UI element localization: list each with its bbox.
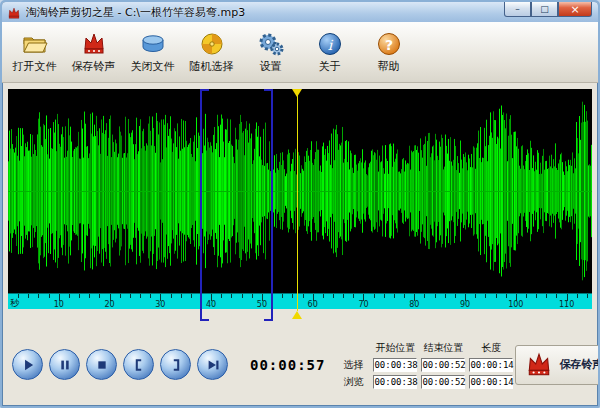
toolbar-label-about: 关于 xyxy=(319,59,341,74)
ruler-tick xyxy=(89,294,90,298)
ruler-tick-label: 10 xyxy=(54,300,64,309)
toolbar-button-help[interactable]: ? 帮助 xyxy=(360,27,417,77)
ruler-tick xyxy=(201,294,202,298)
ruler-tick xyxy=(18,294,19,298)
position-table: 开始位置 结束位置 长度 选择 00:00:38 00:00:52 00:00:… xyxy=(341,339,515,390)
settings-icon xyxy=(258,31,284,57)
app-icon xyxy=(7,5,21,19)
ruler-tick xyxy=(343,294,344,298)
ruler-tick xyxy=(323,294,324,298)
ruler-tick-label: 20 xyxy=(104,300,114,309)
mark-end-button[interactable] xyxy=(160,349,191,380)
toolbar-label-help: 帮助 xyxy=(378,59,400,74)
ruler-tick xyxy=(181,294,182,298)
stop-icon xyxy=(91,354,113,376)
timeline-ruler[interactable]: 秒 102030405060708090100110 xyxy=(8,293,592,309)
browse-end-value[interactable]: 00:00:52 xyxy=(421,375,465,389)
ruler-tick xyxy=(282,294,283,298)
toolbar-button-save-ringtone[interactable]: 保存铃声 xyxy=(65,27,122,77)
ruler-tick xyxy=(455,294,456,298)
ruler-tick xyxy=(28,294,29,298)
save-ringtone-crown-icon xyxy=(525,351,553,379)
col-header-end: 结束位置 xyxy=(423,341,463,355)
ruler-tick xyxy=(485,294,486,298)
toolbar-button-settings[interactable]: 设置 xyxy=(242,27,299,77)
toolbar-button-close-file[interactable]: 关闭文件 xyxy=(124,27,181,77)
mark-start-button[interactable] xyxy=(123,349,154,380)
ruler-tick xyxy=(242,294,243,298)
ruler-tick xyxy=(394,294,395,298)
close-button[interactable]: × xyxy=(558,2,592,17)
close-icon: × xyxy=(570,3,579,16)
ruler-tick xyxy=(252,294,253,298)
ruler-tick-label: 90 xyxy=(460,300,470,309)
open-folder-icon xyxy=(22,31,48,57)
ruler-tick xyxy=(475,294,476,298)
row-label-selection: 选择 xyxy=(341,358,363,372)
toolbar-button-random-select[interactable]: 随机选择 xyxy=(183,27,240,77)
ruler-tick xyxy=(231,294,232,298)
help-icon: ? xyxy=(376,31,402,57)
play-icon xyxy=(17,354,39,376)
minimize-button[interactable]: – xyxy=(504,2,531,17)
toolbar-button-open-file[interactable]: 打开文件 xyxy=(6,27,63,77)
toolbar-label-save-ringtone: 保存铃声 xyxy=(72,59,116,74)
pause-button[interactable] xyxy=(49,349,80,380)
ruler-tick xyxy=(38,294,39,298)
selection-end-value[interactable]: 00:00:52 xyxy=(421,358,465,372)
save-ringtone-icon xyxy=(81,31,107,57)
toolbar-label-open-file: 打开文件 xyxy=(13,59,57,74)
browse-start-value[interactable]: 00:00:38 xyxy=(373,375,417,389)
selection-start-value[interactable]: 00:00:38 xyxy=(373,358,417,372)
ruler-tick xyxy=(150,294,151,298)
ruler-tick xyxy=(374,294,375,298)
ruler-tick-label: 30 xyxy=(155,300,165,309)
transport-controls xyxy=(12,349,228,380)
toolbar: 打开文件 保存铃声 关闭文件 随机选择 设置 xyxy=(2,22,598,83)
bracket-left-icon xyxy=(128,354,150,376)
save-ringtone-button[interactable]: 保存铃声 xyxy=(515,345,600,385)
stop-button[interactable] xyxy=(86,349,117,380)
ruler-tick xyxy=(99,294,100,298)
ruler-tick xyxy=(384,294,385,298)
ruler-tick xyxy=(171,294,172,298)
ruler-tick xyxy=(353,294,354,298)
ruler-tick xyxy=(526,294,527,298)
ruler-tick xyxy=(435,294,436,298)
play-to-end-icon xyxy=(202,354,224,376)
ruler-tick xyxy=(120,294,121,298)
ruler-tick-label: 60 xyxy=(308,300,318,309)
play-button[interactable] xyxy=(12,349,43,380)
waveform-display[interactable] xyxy=(8,89,592,293)
selection-length-value[interactable]: 00:00:14 xyxy=(469,358,513,372)
ruler-tick xyxy=(303,294,304,298)
ruler-tick xyxy=(577,294,578,298)
col-header-length: 长度 xyxy=(481,341,501,355)
save-ringtone-label: 保存铃声 xyxy=(559,357,600,372)
ruler-tick xyxy=(587,294,588,298)
title-bar[interactable]: 淘淘铃声剪切之星 - C:\一根竹竿容易弯.mp3 – □ × xyxy=(2,2,598,22)
svg-text:?: ? xyxy=(384,36,392,52)
app-window: 淘淘铃声剪切之星 - C:\一根竹竿容易弯.mp3 – □ × 打开文件 保存铃… xyxy=(0,0,600,408)
ruler-tick-label: 110 xyxy=(559,300,574,309)
ruler-tick-label: 40 xyxy=(206,300,216,309)
ruler-tick-label: 80 xyxy=(409,300,419,309)
ruler-tick-label: 70 xyxy=(358,300,368,309)
toolbar-label-close-file: 关闭文件 xyxy=(131,59,175,74)
play-selection-button[interactable] xyxy=(197,349,228,380)
ruler-tick xyxy=(404,294,405,298)
maximize-button[interactable]: □ xyxy=(531,2,558,17)
toolbar-button-about[interactable]: i 关于 xyxy=(301,27,358,77)
toolbar-label-settings: 设置 xyxy=(260,59,282,74)
maximize-icon: □ xyxy=(540,5,549,14)
ruler-tick xyxy=(292,294,293,298)
ruler-tick xyxy=(536,294,537,298)
browse-length-value[interactable]: 00:00:14 xyxy=(469,375,513,389)
current-time-display: 00:00:57 xyxy=(250,357,325,373)
ruler-tick xyxy=(79,294,80,298)
about-icon: i xyxy=(317,31,343,57)
ruler-tick-label: 50 xyxy=(257,300,267,309)
window-controls: – □ × xyxy=(504,2,592,17)
col-header-start: 开始位置 xyxy=(375,341,415,355)
minimize-icon: – xyxy=(515,5,520,14)
